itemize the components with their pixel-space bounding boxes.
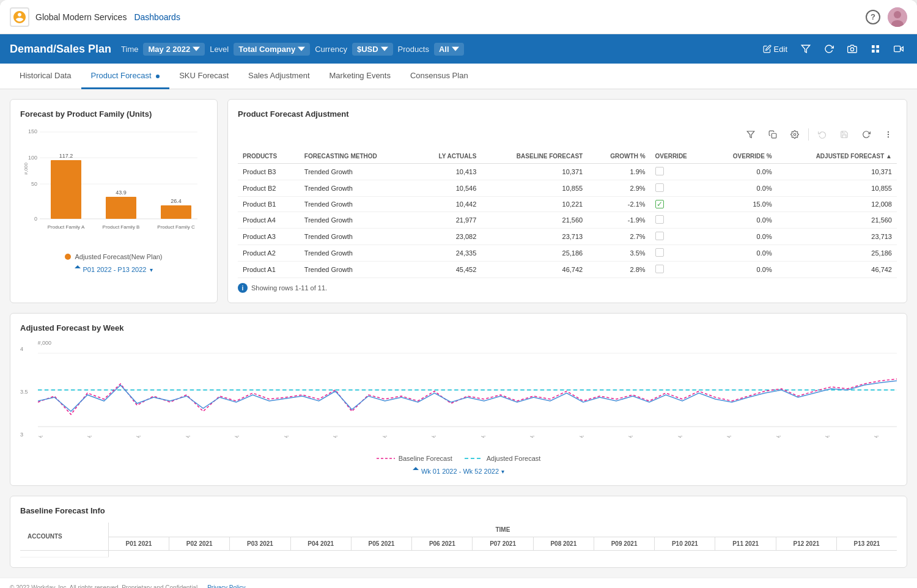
- dashboards-link[interactable]: Dashboards: [134, 12, 180, 22]
- table-row: Product B1 Trended Growth 10,442 10,221 …: [238, 197, 897, 212]
- level-filter[interactable]: Total Company: [234, 43, 310, 56]
- time-col-header: P02 2021: [169, 537, 230, 551]
- x-label: Wk 25 2022: [431, 436, 450, 439]
- adjusted-forecast: 10,371: [777, 164, 897, 180]
- x-label: Wk 10 2022: [185, 436, 204, 439]
- user-avatar[interactable]: [888, 7, 907, 27]
- more-toolbar-icon[interactable]: [880, 126, 897, 143]
- camera-button[interactable]: [844, 40, 861, 57]
- forecast-data-table: PRODUCTS FORECASTING METHOD LY ACTUALS B…: [238, 149, 897, 278]
- baseline-forecast: 10,221: [481, 197, 587, 212]
- adjusted-forecast: 46,742: [777, 262, 897, 278]
- top-navigation: Global Modern Services Dashboards ?: [0, 0, 917, 34]
- undo-toolbar-icon[interactable]: [814, 126, 831, 143]
- tab-marketing-events[interactable]: Marketing Events: [320, 64, 400, 89]
- tab-consensus-plan[interactable]: Consensus Plan: [400, 64, 478, 89]
- override-checkbox[interactable]: [655, 265, 664, 273]
- line-chart-title: Adjusted Forecast by Week: [20, 323, 897, 333]
- copy-toolbar-icon[interactable]: [764, 126, 781, 143]
- legend-text: Adjusted Forecast(New Plan): [75, 253, 162, 260]
- bar-family-b: [106, 197, 136, 219]
- time-col-header: P03 2021: [230, 537, 290, 551]
- date-range-selector[interactable]: P01 2022 - P13 2022: [20, 265, 207, 274]
- table-footer: i Showing rows 1-11 of 11.: [238, 283, 897, 293]
- refresh-button[interactable]: [820, 40, 838, 57]
- time-col-header: P12 2021: [776, 537, 836, 551]
- top-row: Forecast by Product Family (Units) 150 1…: [10, 99, 907, 303]
- col-baseline: BASELINE FORECAST: [481, 149, 587, 164]
- tab-sku-forecast[interactable]: SKU Forecast: [169, 64, 238, 89]
- product-name: Product A1: [238, 262, 300, 278]
- x-label: Wk 34 2022: [579, 436, 598, 439]
- level-label: Level: [210, 45, 229, 54]
- baseline-table: ACCOUNTS TIME P01 2021P02 2021P03 2021P0…: [20, 523, 897, 557]
- growth-pct: 2.9%: [587, 180, 650, 197]
- x-label: Wk 22 2022: [382, 436, 401, 439]
- workday-logo[interactable]: [10, 7, 29, 27]
- tab-product-forecast[interactable]: Product Forecast: [81, 64, 170, 89]
- copyright-text: © 2022 Workday, Inc. All rights reserved…: [10, 584, 197, 588]
- line-chart-content: 4 3.5 3 #,000: [20, 340, 897, 440]
- ly-actuals: 45,452: [414, 262, 481, 278]
- line-chart-date-range[interactable]: Wk 01 2022 - Wk 52 2022 ▾: [20, 467, 897, 476]
- col-method: FORECASTING METHOD: [300, 149, 415, 164]
- time-col-header: P11 2021: [715, 537, 776, 551]
- y-axis-labels: 4 3.5 3: [20, 340, 28, 438]
- svg-text:0: 0: [34, 216, 37, 222]
- line-chart-legend: Baseline Forecast Adjusted Forecast: [20, 455, 897, 462]
- svg-rect-5: [872, 45, 875, 48]
- adjusted-line: [38, 381, 897, 411]
- override-checkbox[interactable]: [655, 232, 664, 240]
- svg-rect-10: [894, 46, 900, 51]
- y-axis-unit: #,000: [38, 340, 897, 346]
- growth-pct: 2.8%: [587, 262, 650, 278]
- grid-view-button[interactable]: [867, 40, 884, 57]
- legend-dot: [65, 254, 71, 260]
- settings-toolbar-icon[interactable]: [786, 126, 803, 143]
- baseline-time-cols-row: P01 2021P02 2021P03 2021P04 2021P05 2021…: [20, 537, 897, 551]
- save-toolbar-icon[interactable]: [836, 126, 853, 143]
- time-col-header: P09 2021: [594, 537, 654, 551]
- override-checkbox[interactable]: [655, 248, 664, 257]
- baseline-forecast: 46,742: [481, 262, 587, 278]
- svg-rect-7: [872, 50, 875, 53]
- svg-point-1: [894, 11, 901, 18]
- col-time: TIME: [108, 523, 897, 537]
- override-checkbox[interactable]: [655, 215, 664, 224]
- svg-text:#,000: #,000: [23, 162, 29, 175]
- col-override-pct: OVERRIDE %: [709, 149, 777, 164]
- override-checkbox[interactable]: [655, 183, 664, 192]
- override-checkbox-checked[interactable]: ✓: [655, 200, 664, 208]
- override-checkbox[interactable]: [655, 167, 664, 175]
- svg-text:150: 150: [28, 128, 37, 134]
- baseline-data-row: [20, 551, 897, 557]
- edit-button[interactable]: Edit: [759, 42, 791, 56]
- svg-point-30: [888, 134, 889, 135]
- growth-pct: 2.7%: [587, 229, 650, 245]
- baseline-forecast: 21,560: [481, 212, 587, 229]
- filter-toolbar-icon[interactable]: [742, 126, 759, 143]
- y-label-4: 4: [20, 346, 28, 352]
- tab-historical-data[interactable]: Historical Data: [10, 64, 81, 89]
- time-col-header: P08 2021: [533, 537, 594, 551]
- forecast-method: Trended Growth: [300, 164, 415, 180]
- col-accounts: ACCOUNTS: [20, 523, 108, 551]
- refresh-toolbar-icon[interactable]: [858, 126, 875, 143]
- line-chart-svg: [38, 347, 897, 433]
- svg-marker-26: [747, 131, 754, 138]
- app-footer: © 2022 Workday, Inc. All rights reserved…: [0, 578, 917, 588]
- time-filter[interactable]: May 2 2022: [143, 43, 205, 56]
- privacy-policy-link[interactable]: Privacy Policy: [207, 584, 245, 588]
- filter-icon-button[interactable]: [797, 40, 814, 57]
- help-icon[interactable]: ?: [866, 10, 880, 24]
- bar-family-c: [161, 205, 191, 219]
- currency-filter[interactable]: $USD: [352, 43, 393, 56]
- video-button[interactable]: [890, 40, 907, 57]
- date-range-chevron: [149, 266, 153, 273]
- products-filter[interactable]: All: [434, 43, 464, 56]
- y-label-35: 3.5: [20, 389, 28, 395]
- override-pct: 15.0%: [709, 197, 777, 212]
- svg-rect-6: [876, 45, 879, 48]
- baseline-panel-title: Baseline Forecast Info: [20, 506, 897, 515]
- tab-sales-adjustment[interactable]: Sales Adjustment: [238, 64, 319, 89]
